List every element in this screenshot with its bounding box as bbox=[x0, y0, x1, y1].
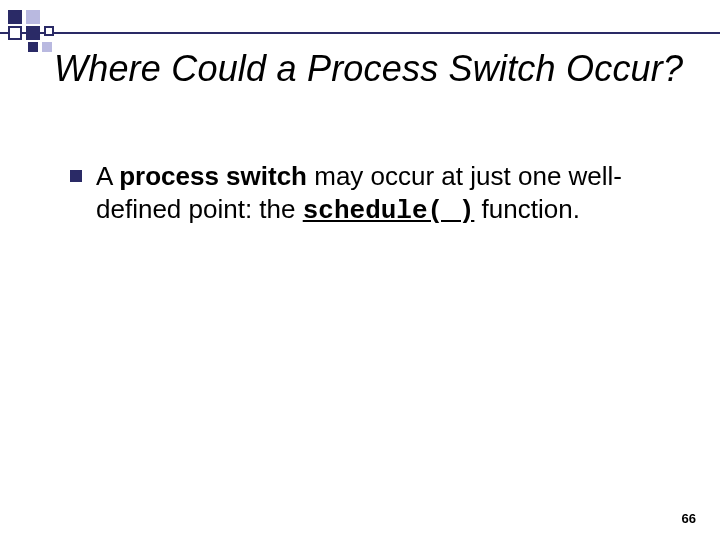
deco-square bbox=[44, 26, 54, 36]
bullet-item: A process switch may occur at just one w… bbox=[70, 160, 660, 227]
deco-square bbox=[26, 10, 40, 24]
page-number: 66 bbox=[682, 511, 696, 526]
deco-square bbox=[8, 26, 22, 40]
bullet-icon bbox=[70, 170, 82, 182]
deco-square bbox=[42, 42, 52, 52]
slide-title: Where Could a Process Switch Occur? bbox=[54, 48, 690, 89]
bullet-text-code: schedule( ) bbox=[303, 196, 475, 226]
bullet-text-pre: A bbox=[96, 161, 119, 191]
deco-square bbox=[28, 42, 38, 52]
bullet-text-post: function. bbox=[474, 194, 580, 224]
deco-square bbox=[8, 10, 22, 24]
deco-square bbox=[26, 26, 40, 40]
decoration-line bbox=[0, 32, 720, 34]
bullet-text: A process switch may occur at just one w… bbox=[96, 160, 660, 227]
slide-body: A process switch may occur at just one w… bbox=[70, 160, 660, 227]
bullet-text-bold: process switch bbox=[119, 161, 307, 191]
